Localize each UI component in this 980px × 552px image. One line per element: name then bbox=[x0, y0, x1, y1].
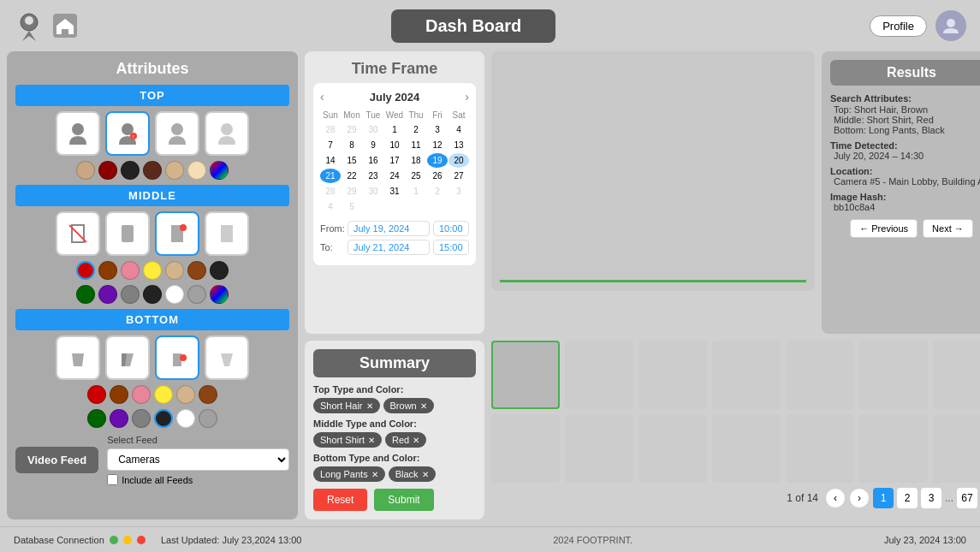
bottom-icon-3[interactable] bbox=[155, 335, 199, 380]
bottom-color-purple[interactable] bbox=[110, 409, 128, 428]
bottom-icon-1[interactable] bbox=[56, 335, 100, 380]
thumb-6[interactable] bbox=[859, 341, 928, 409]
from-time[interactable]: 10:00 bbox=[433, 221, 469, 236]
color-lightbrown[interactable] bbox=[165, 161, 184, 180]
color-pink[interactable] bbox=[121, 261, 140, 280]
page-1[interactable]: 1 bbox=[873, 488, 894, 508]
page-next-btn[interactable]: › bbox=[849, 488, 870, 508]
page-2[interactable]: 2 bbox=[897, 488, 918, 508]
color-green[interactable] bbox=[76, 285, 95, 304]
from-date[interactable]: July 19, 2024 bbox=[347, 221, 430, 236]
bottom-tag-longpants-remove[interactable]: ✕ bbox=[371, 470, 378, 479]
dashboard-title: Dash Board bbox=[425, 16, 521, 35]
cal-day-21[interactable]: 21 bbox=[320, 169, 341, 183]
bottom-color-green[interactable] bbox=[87, 409, 106, 428]
bottom-color-gray[interactable] bbox=[132, 409, 151, 428]
next-button[interactable]: Next → bbox=[923, 219, 973, 238]
profile-button[interactable]: Profile bbox=[870, 15, 927, 37]
color-brown[interactable] bbox=[143, 161, 162, 180]
top-icon-3[interactable] bbox=[155, 111, 199, 156]
bottom-color-tan[interactable] bbox=[176, 385, 195, 404]
feed-select[interactable]: Cameras bbox=[107, 448, 289, 471]
top-icon-4[interactable] bbox=[205, 111, 249, 156]
color-orange-brown[interactable] bbox=[98, 261, 117, 280]
color-saddlebrown[interactable] bbox=[187, 261, 206, 280]
bottom-icon-2[interactable] bbox=[105, 335, 150, 380]
color-black[interactable] bbox=[121, 161, 140, 180]
top-tag-shorthair-remove[interactable]: ✕ bbox=[366, 401, 373, 411]
bottom-color-pink[interactable] bbox=[132, 385, 151, 404]
middle-colors-row1 bbox=[15, 261, 289, 280]
avatar[interactable] bbox=[935, 10, 966, 41]
thumb-9[interactable] bbox=[565, 414, 633, 483]
thumb-2[interactable] bbox=[565, 341, 633, 409]
middle-icon-3[interactable] bbox=[155, 211, 199, 256]
color-gray[interactable] bbox=[121, 285, 140, 304]
timeframe-title: Time Frame bbox=[313, 60, 476, 78]
calendar-header: ‹ July 2024 › bbox=[320, 90, 469, 104]
cal-next-btn[interactable]: › bbox=[465, 90, 469, 104]
copyright: 2024 FOOTPRINT. bbox=[553, 535, 633, 545]
bottom-section-btn[interactable]: BOTTOM bbox=[15, 309, 289, 330]
thumb-7[interactable] bbox=[933, 341, 980, 409]
middle-icon-4[interactable] bbox=[205, 211, 249, 256]
color-multi[interactable] bbox=[210, 161, 229, 180]
thumb-11[interactable] bbox=[712, 414, 781, 483]
bottom-icon-4[interactable] bbox=[205, 335, 249, 380]
middle-type-label: Middle Type and Color: bbox=[313, 418, 476, 429]
middle-tag-red-remove[interactable]: ✕ bbox=[413, 436, 419, 445]
top-tag-brown-remove[interactable]: ✕ bbox=[420, 401, 427, 411]
thumb-12[interactable] bbox=[786, 414, 854, 483]
thumb-3[interactable] bbox=[638, 341, 707, 409]
cal-day-19[interactable]: 19 bbox=[427, 153, 448, 168]
color-black2[interactable] bbox=[210, 261, 229, 280]
video-feed-button[interactable]: Video Feed bbox=[15, 447, 98, 473]
submit-button[interactable]: Submit bbox=[374, 489, 433, 511]
color-purple[interactable] bbox=[98, 285, 117, 304]
thumb-14[interactable] bbox=[933, 414, 980, 483]
to-date[interactable]: July 21, 2024 bbox=[347, 240, 430, 255]
color-wheat[interactable] bbox=[187, 161, 206, 180]
reset-button[interactable]: Reset bbox=[313, 489, 367, 511]
thumb-4[interactable] bbox=[712, 341, 781, 409]
home-icon[interactable] bbox=[53, 14, 77, 38]
include-all-feeds[interactable]: Include all Feeds bbox=[107, 474, 289, 485]
bottom-color-silver[interactable] bbox=[199, 409, 217, 428]
thumb-10[interactable] bbox=[638, 414, 707, 483]
top-icon-2[interactable]: ! bbox=[105, 111, 150, 156]
middle-icon-1[interactable] bbox=[56, 211, 100, 256]
bottom-color-black[interactable] bbox=[154, 409, 173, 428]
color-white[interactable] bbox=[165, 285, 184, 304]
color-tan2[interactable] bbox=[165, 261, 184, 280]
page-67[interactable]: 67 bbox=[957, 488, 977, 508]
color-black3[interactable] bbox=[143, 285, 162, 304]
middle-icon-2[interactable] bbox=[105, 211, 150, 256]
include-all-checkbox[interactable] bbox=[107, 474, 118, 485]
middle-section-btn[interactable]: MIDDLE bbox=[15, 185, 289, 206]
thumb-13[interactable] bbox=[859, 414, 928, 483]
summary-panel: Summary Top Type and Color: Short Hair ✕… bbox=[305, 341, 484, 519]
thumb-8[interactable] bbox=[491, 414, 560, 483]
top-icon-1[interactable] bbox=[56, 111, 100, 156]
thumb-5[interactable] bbox=[786, 341, 854, 409]
cal-prev-btn[interactable]: ‹ bbox=[320, 90, 324, 104]
page-3[interactable]: 3 bbox=[921, 488, 941, 508]
color-multi2[interactable] bbox=[210, 285, 229, 304]
color-red[interactable] bbox=[76, 261, 95, 280]
bottom-color-white[interactable] bbox=[176, 409, 195, 428]
to-time[interactable]: 15:00 bbox=[433, 240, 469, 255]
color-tan[interactable] bbox=[76, 161, 95, 180]
color-darkred[interactable] bbox=[98, 161, 117, 180]
bottom-color-obrown[interactable] bbox=[110, 385, 128, 404]
bottom-tag-black-remove[interactable]: ✕ bbox=[422, 470, 429, 479]
bottom-color-brown[interactable] bbox=[199, 385, 217, 404]
prev-button[interactable]: ← Previous bbox=[850, 219, 918, 238]
color-silver[interactable] bbox=[187, 285, 206, 304]
bottom-color-red[interactable] bbox=[87, 385, 106, 404]
top-section-btn[interactable]: TOP bbox=[15, 85, 289, 106]
thumb-1[interactable] bbox=[491, 341, 560, 409]
page-prev-btn[interactable]: ‹ bbox=[825, 488, 846, 508]
color-yellow[interactable] bbox=[143, 261, 162, 280]
middle-tag-shortshirt-remove[interactable]: ✕ bbox=[368, 436, 375, 445]
bottom-color-yellow[interactable] bbox=[154, 385, 173, 404]
